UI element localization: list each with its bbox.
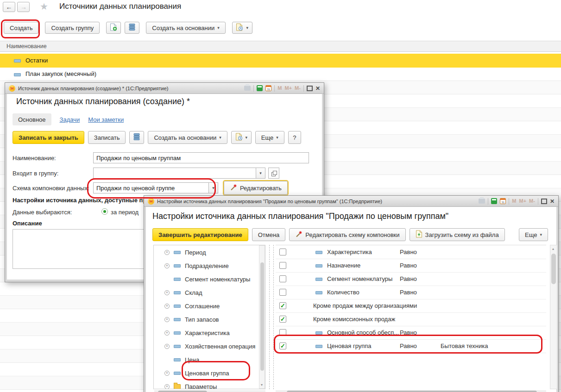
- expand-icon[interactable]: +: [164, 290, 170, 295]
- expand-icon[interactable]: +: [164, 304, 170, 309]
- copy-item-button[interactable]: [106, 22, 121, 34]
- checkbox[interactable]: [279, 249, 286, 255]
- load-schema-button[interactable]: Загрузить схему из файла: [410, 228, 505, 241]
- filter-row-nomenclature-segment[interactable]: Сегмент номенклатуры Равно: [276, 272, 546, 286]
- close-button[interactable]: ✕: [315, 86, 320, 91]
- radio-for-period[interactable]: [101, 208, 108, 215]
- tree-item-price[interactable]: Цена: [154, 353, 258, 367]
- print-icon[interactable]: [244, 86, 251, 91]
- print-icon[interactable]: [479, 199, 485, 204]
- tree-item-business-operation[interactable]: +Хозяйственная операция: [154, 340, 258, 353]
- create-based-on-button[interactable]: Создать на основании ▾: [146, 22, 225, 34]
- edit-dcs-button[interactable]: Редактировать: [224, 181, 288, 195]
- tab-my-notes[interactable]: Мои заметки: [88, 116, 124, 123]
- row-label[interactable]: План закупок (месячный): [25, 70, 96, 77]
- checkbox[interactable]: [279, 329, 286, 336]
- expand-icon[interactable]: +: [164, 330, 170, 336]
- radio-for-period-label[interactable]: за период: [111, 209, 139, 216]
- filter-row-purpose[interactable]: Назначение Равно: [276, 259, 546, 273]
- expand-icon[interactable]: +: [164, 250, 170, 255]
- dcs-field[interactable]: [93, 182, 209, 193]
- group-dropdown-button[interactable]: ▾: [256, 168, 265, 179]
- tree-item-department[interactable]: +Подразделение: [154, 259, 258, 273]
- finish-editing-button[interactable]: Завершить редактирование: [152, 228, 248, 241]
- calendar-icon[interactable]: 31: [500, 198, 506, 204]
- column-header-name[interactable]: Наименование: [6, 43, 47, 50]
- filter-row-except-commission[interactable]: ✓ Кроме комиссионных продаж: [276, 312, 546, 326]
- save-and-close-button[interactable]: Записать и закрыть: [13, 131, 84, 144]
- calculator-icon[interactable]: [491, 198, 497, 204]
- close-button[interactable]: ✕: [550, 199, 555, 204]
- filter-row-except-intercompany[interactable]: ✓ Кроме продаж между организациями: [276, 299, 546, 313]
- memory-minus-icon[interactable]: M-: [529, 199, 535, 204]
- checkbox[interactable]: [279, 289, 286, 296]
- name-field[interactable]: [93, 152, 309, 163]
- filter-row-characteristic[interactable]: Характеристика Равно: [276, 245, 546, 259]
- create-group-button[interactable]: Создать группу: [45, 22, 100, 34]
- help-button[interactable]: ?: [288, 131, 301, 144]
- table-row-selected[interactable]: Остатки: [0, 54, 561, 68]
- expand-icon[interactable]: +: [164, 371, 170, 376]
- tree-item-price-group[interactable]: +Ценовая группа: [154, 367, 258, 380]
- expand-icon[interactable]: +: [164, 384, 170, 389]
- tab-main[interactable]: Основное: [13, 113, 51, 125]
- dialog2-titlebar[interactable]: 1c Настройки источника данных планирован…: [144, 196, 558, 207]
- tab-tasks[interactable]: Задачи: [60, 116, 80, 123]
- checkbox[interactable]: [279, 275, 286, 282]
- checkbox-checked[interactable]: ✓: [279, 316, 286, 323]
- save-button[interactable]: Записать: [88, 131, 126, 144]
- back-button[interactable]: ←: [3, 2, 15, 12]
- memory-icon[interactable]: M: [512, 199, 516, 204]
- memory-minus-icon[interactable]: M-: [295, 86, 301, 91]
- tree-item-agreement[interactable]: +Соглашение: [154, 299, 258, 313]
- favorite-star-icon[interactable]: ★: [40, 1, 48, 12]
- maximize-button[interactable]: [307, 86, 313, 91]
- group-field[interactable]: [93, 168, 256, 179]
- cancel-button[interactable]: Отмена: [252, 228, 286, 241]
- more-button[interactable]: Еще ▾: [255, 131, 284, 144]
- filter-row-quantity[interactable]: Количество Равно: [276, 286, 546, 299]
- forward-button[interactable]: →: [17, 2, 30, 12]
- reports-menu-button[interactable]: ▾: [231, 131, 252, 144]
- tree-item-warehouse[interactable]: +Склад: [154, 286, 258, 299]
- scroll-down-icon[interactable]: ▾: [261, 383, 263, 387]
- list-settings-button[interactable]: [125, 22, 139, 34]
- tree-item-nomenclature-segment[interactable]: Сегмент номенклатуры: [154, 273, 258, 286]
- checkbox-checked[interactable]: ✓: [279, 342, 286, 349]
- scrollbar-thumb[interactable]: [551, 254, 556, 284]
- memory-plus-icon[interactable]: M+: [285, 86, 292, 91]
- dcs-dropdown-button[interactable]: ▾: [209, 182, 218, 193]
- create-button[interactable]: Создать: [4, 22, 38, 34]
- table-header[interactable]: Наименование: [0, 41, 561, 52]
- rows-horizontal-scrollbar[interactable]: [276, 390, 546, 392]
- create-based-on-button[interactable]: Создать на основании ▾: [148, 131, 227, 144]
- memory-icon[interactable]: M: [277, 86, 282, 91]
- checkbox-checked[interactable]: ✓: [279, 302, 286, 309]
- tree-item-characteristic[interactable]: +Характеристика: [154, 326, 258, 340]
- filter-row-price-group[interactable]: ✓ Ценовая группа Равно Бытовая техника: [276, 339, 546, 353]
- tree-horizontal-scrollbar[interactable]: [154, 390, 265, 392]
- calendar-icon[interactable]: 31: [265, 85, 271, 91]
- maximize-button[interactable]: [541, 199, 547, 204]
- expand-icon[interactable]: +: [164, 263, 170, 268]
- checkbox[interactable]: [279, 262, 286, 269]
- tree-item-parameters[interactable]: +Параметры: [154, 380, 258, 389]
- edit-schema-button[interactable]: Редактировать схему компоновки: [289, 228, 405, 241]
- memory-plus-icon[interactable]: M+: [519, 199, 527, 204]
- tree-item-period[interactable]: +Период: [154, 246, 258, 259]
- table-row[interactable]: План закупок (месячный): [0, 68, 561, 81]
- tree-item-stock-type[interactable]: +Тип запасов: [154, 313, 258, 326]
- expand-icon[interactable]: +: [164, 317, 170, 322]
- dialog1-titlebar[interactable]: 1c Источник данных планирования (создани…: [5, 83, 324, 94]
- rows-vertical-scrollbar[interactable]: ▴: [550, 245, 557, 389]
- scrollbar-thumb[interactable]: [260, 262, 264, 371]
- filter-row-main-supply-method[interactable]: Основной способ обесп... Равно: [276, 326, 546, 340]
- list-settings-button[interactable]: [129, 131, 144, 144]
- calculator-icon[interactable]: [257, 85, 263, 91]
- panel-splitter[interactable]: [269, 245, 274, 389]
- tree-vertical-scrollbar[interactable]: ▾: [259, 245, 265, 389]
- expand-icon[interactable]: +: [164, 344, 170, 349]
- group-open-button[interactable]: [268, 168, 279, 179]
- reports-menu-button[interactable]: ▾: [232, 22, 252, 34]
- more-button[interactable]: Еще ▾: [519, 228, 548, 241]
